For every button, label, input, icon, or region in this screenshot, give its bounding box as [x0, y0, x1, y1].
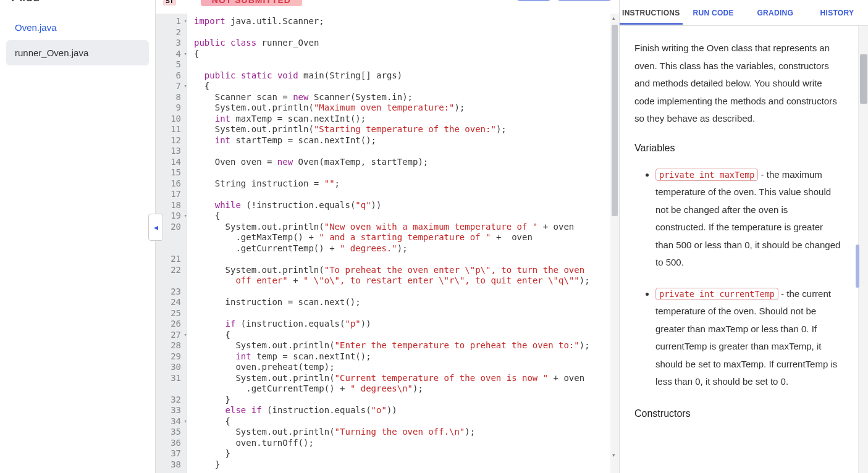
- info-tabs: INSTRUCTIONS RUN CODE GRADING HISTORY: [620, 0, 868, 26]
- secondary-action-button[interactable]: [516, 0, 551, 1]
- editor-scrollbar[interactable]: ▴ ▾: [610, 14, 619, 473]
- constructors-heading: Constructors: [634, 404, 841, 423]
- panel-scrollbar-thumb[interactable]: [860, 54, 867, 104]
- code-editor[interactable]: 1234567891011121314151617181920212223242…: [156, 14, 619, 473]
- instructions-intro: Finish writing the Oven class that repre…: [634, 40, 841, 128]
- tab-instructions[interactable]: INSTRUCTIONS: [620, 1, 683, 25]
- not-submitted-badge: NOT SUBMITTED: [201, 0, 302, 6]
- panel-mid-scroll-indicator[interactable]: [856, 245, 859, 288]
- variables-heading: Variables: [634, 139, 841, 157]
- files-sidebar: Files Oven.java runner_Oven.java: [0, 0, 156, 473]
- primary-action-button[interactable]: [557, 0, 612, 1]
- editor-scrollbar-thumb[interactable]: [612, 25, 618, 216]
- file-item-oven[interactable]: Oven.java: [6, 15, 149, 40]
- scroll-up-icon[interactable]: ▴: [612, 15, 615, 21]
- status-badge: ST: [163, 0, 176, 6]
- variable-item: private int maxTemp - the maximum temper…: [655, 166, 841, 272]
- instructions-content: Finish writing the Oven class that repre…: [620, 26, 858, 473]
- info-panel: INSTRUCTIONS RUN CODE GRADING HISTORY Fi…: [620, 0, 868, 473]
- tab-history[interactable]: HISTORY: [806, 1, 868, 25]
- tab-run-code[interactable]: RUN CODE: [683, 1, 744, 25]
- file-list: Oven.java runner_Oven.java: [0, 11, 155, 69]
- code-pill-maxtemp: private int maxTemp: [655, 169, 758, 181]
- code-content[interactable]: import java.util.Scanner;public class ru…: [187, 14, 619, 473]
- code-pill-currenttemp: private int currentTemp: [655, 288, 778, 300]
- variable-item: private int currentTemp - the current te…: [655, 285, 841, 391]
- editor-panel: ◂ ST NOT SUBMITTED 123456789101112131415…: [156, 0, 620, 473]
- collapse-sidebar-handle[interactable]: ◂: [148, 214, 163, 241]
- scroll-down-icon[interactable]: ▾: [612, 452, 615, 458]
- file-item-runner[interactable]: runner_Oven.java: [6, 40, 149, 65]
- line-gutter: 1234567891011121314151617181920212223242…: [156, 14, 187, 473]
- sidebar-title: Files: [11, 0, 144, 5]
- tab-grading[interactable]: GRADING: [744, 1, 806, 25]
- panel-scrollbar[interactable]: [858, 26, 868, 473]
